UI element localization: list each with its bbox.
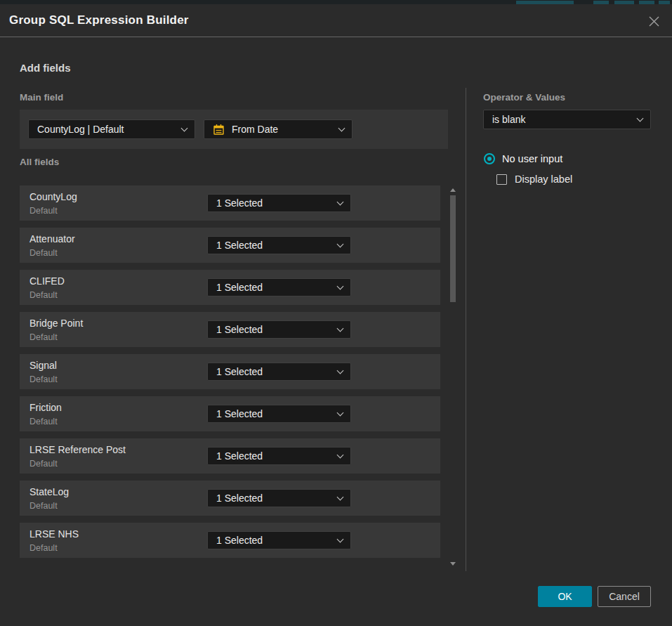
field-selection-value: 1 Selected (216, 535, 263, 546)
field-selection-dropdown[interactable]: 1 Selected (207, 447, 351, 465)
dialog-title: Group SQL Expression Builder (9, 13, 189, 27)
all-fields-list: CountyLog Default 1 Selected Attenuator … (20, 185, 440, 565)
field-selection-value: 1 Selected (216, 493, 263, 504)
field-row: LRSE Reference Post Default 1 Selected (20, 438, 440, 474)
field-subtitle: Default (29, 501, 58, 511)
chevron-down-icon (337, 367, 344, 374)
field-selection-dropdown[interactable]: 1 Selected (207, 236, 351, 254)
dialog-header: Group SQL Expression Builder (0, 4, 672, 37)
calendar-icon (213, 124, 225, 136)
field-name: Bridge Point (29, 318, 83, 329)
display-label-label: Display label (515, 174, 572, 185)
field-subtitle: Default (29, 290, 58, 300)
field-row: Attenuator Default 1 Selected (20, 228, 440, 263)
chevron-down-icon (637, 115, 644, 122)
operator-value: is blank (492, 114, 525, 125)
field-row: Friction Default 1 Selected (20, 396, 440, 431)
chevron-down-icon (338, 125, 345, 132)
field-name: StateLog (29, 486, 69, 497)
field-subtitle: Default (29, 248, 58, 258)
chevron-down-icon (337, 241, 344, 248)
field-row: Bridge Point Default 1 Selected (20, 312, 440, 347)
field-row: Signal Default 1 Selected (20, 354, 440, 389)
operator-values-label: Operator & Values (483, 92, 565, 103)
field-name: CLIFED (29, 275, 65, 287)
no-user-input-label: No user input (502, 153, 562, 164)
field-selection-dropdown[interactable]: 1 Selected (207, 278, 351, 296)
field-selection-value: 1 Selected (216, 282, 263, 293)
add-fields-heading: Add fields (20, 62, 71, 74)
display-label-checkbox[interactable] (496, 174, 507, 185)
all-fields-label: All fields (20, 157, 59, 167)
chevron-down-icon (337, 452, 344, 459)
scroll-up-icon[interactable] (450, 188, 456, 192)
fields-list-scrollbar[interactable] (448, 185, 458, 570)
scrollbar-thumb[interactable] (450, 195, 456, 302)
field-name: Attenuator (29, 233, 75, 244)
field-subtitle: Default (29, 459, 58, 469)
field-subtitle: Default (29, 374, 58, 384)
main-field-panel: CountyLog | Default From Date (20, 110, 448, 149)
no-user-input-option[interactable]: No user input (484, 153, 562, 164)
chevron-down-icon (337, 536, 344, 543)
field-selection-value: 1 Selected (216, 197, 263, 209)
close-icon (648, 15, 660, 27)
chevron-down-icon (181, 125, 188, 132)
main-field-layer-value: CountyLog | Default (37, 124, 124, 135)
field-row: StateLog Default 1 Selected (20, 481, 440, 516)
chevron-down-icon (337, 325, 344, 332)
field-selection-value: 1 Selected (216, 408, 263, 419)
operator-dropdown[interactable]: is blank (483, 110, 651, 129)
field-row: LRSE NHS Default 1 Selected (20, 523, 440, 558)
field-row: CLIFED Default 1 Selected (20, 270, 440, 305)
field-selection-value: 1 Selected (216, 324, 263, 335)
field-name: LRSE Reference Post (29, 444, 126, 455)
field-name: CountyLog (29, 191, 77, 202)
main-field-field-dropdown[interactable]: From Date (204, 119, 353, 139)
field-selection-value: 1 Selected (216, 450, 263, 462)
field-subtitle: Default (29, 206, 58, 216)
field-selection-value: 1 Selected (216, 366, 263, 377)
no-user-input-radio[interactable] (484, 153, 495, 164)
field-selection-value: 1 Selected (216, 240, 263, 251)
chevron-down-icon (337, 199, 344, 206)
chevron-down-icon (337, 494, 344, 501)
field-name: Friction (29, 402, 62, 413)
main-field-layer-dropdown[interactable]: CountyLog | Default (28, 119, 195, 139)
field-selection-dropdown[interactable]: 1 Selected (207, 363, 351, 381)
field-name: LRSE NHS (29, 528, 79, 540)
field-selection-dropdown[interactable]: 1 Selected (207, 489, 351, 507)
main-field-label: Main field (20, 92, 63, 103)
field-row: CountyLog Default 1 Selected (20, 185, 440, 221)
display-label-option[interactable]: Display label (496, 174, 572, 185)
scroll-down-icon[interactable] (450, 562, 456, 566)
field-selection-dropdown[interactable]: 1 Selected (207, 194, 351, 212)
chevron-down-icon (337, 410, 344, 417)
vertical-divider (466, 88, 466, 571)
field-selection-dropdown[interactable]: 1 Selected (207, 405, 351, 423)
cancel-button[interactable]: Cancel (598, 586, 651, 607)
field-subtitle: Default (29, 332, 58, 342)
field-subtitle: Default (29, 417, 58, 426)
chevron-down-icon (337, 283, 344, 290)
field-subtitle: Default (29, 543, 58, 553)
close-button[interactable] (645, 12, 663, 30)
field-name: Signal (29, 360, 57, 371)
field-selection-dropdown[interactable]: 1 Selected (207, 320, 351, 339)
group-sql-expression-builder-dialog: Group SQL Expression Builder Add fields … (0, 4, 672, 626)
main-field-field-value: From Date (232, 124, 278, 135)
ok-button[interactable]: OK (538, 586, 592, 607)
field-selection-dropdown[interactable]: 1 Selected (207, 531, 351, 549)
